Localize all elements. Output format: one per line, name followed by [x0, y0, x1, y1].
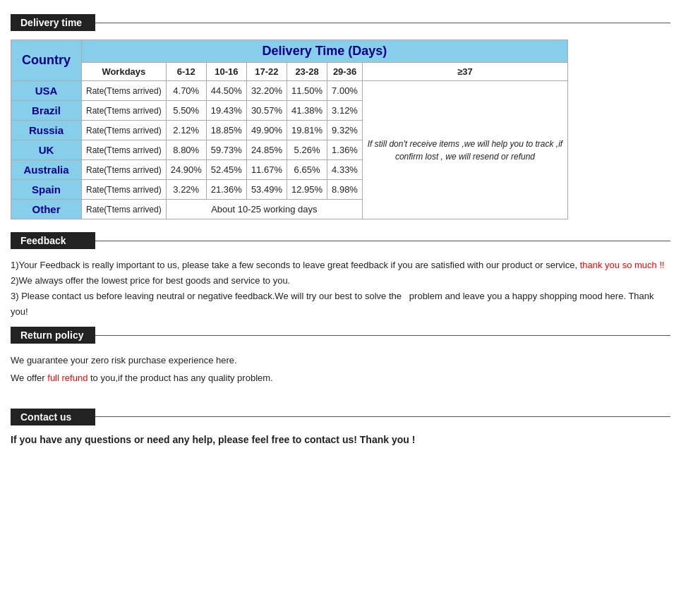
- feedback-highlight: thank you so much !!: [580, 260, 665, 270]
- workdays-header: Workdays: [82, 63, 167, 81]
- uk-6-12: 8.80%: [166, 140, 206, 160]
- range-37plus: ≥37: [362, 63, 567, 81]
- rate-label-brazil: Rate(Ttems arrived): [82, 101, 167, 121]
- range-6-12: 6-12: [166, 63, 206, 81]
- range-17-22: 17-22: [246, 63, 287, 81]
- aus-10-16: 52.45%: [206, 160, 246, 180]
- feedback-label: Feedback: [11, 232, 95, 249]
- table-row: USA Rate(Ttems arrived) 4.70% 44.50% 32.…: [11, 81, 568, 101]
- feedback-line-1: 1)Your Feedback is really important to u…: [11, 258, 670, 273]
- return-header-line: [95, 335, 670, 336]
- usa-10-16: 44.50%: [206, 81, 246, 101]
- contact-section-header: Contact us: [11, 409, 670, 425]
- return-line-1: We guarantee your zero risk purchase exp…: [11, 352, 670, 370]
- delivery-time-column-header: Delivery Time (Days): [82, 40, 568, 63]
- brazil-6-12: 5.50%: [166, 101, 206, 121]
- return-policy-label: Return policy: [11, 327, 95, 344]
- rate-label-russia: Rate(Ttems arrived): [82, 121, 167, 140]
- aus-17-22: 11.67%: [246, 160, 287, 180]
- delivery-time-section-header: Delivery time: [11, 14, 670, 31]
- usa-23-28: 11.50%: [287, 81, 327, 101]
- aus-6-12: 24.90%: [166, 160, 206, 180]
- return-text-block: We guarantee your zero risk purchase exp…: [11, 352, 670, 387]
- spain-6-12: 3.22%: [166, 180, 206, 200]
- rate-label-spain: Rate(Ttems arrived): [82, 180, 167, 200]
- brazil-29-36: 3.12%: [327, 101, 363, 121]
- feedback-header-line: [95, 241, 670, 241]
- brazil-23-28: 41.38%: [287, 101, 327, 121]
- country-australia: Australia: [11, 160, 82, 180]
- feedback-line-2: 2)We always offer the lowest price for b…: [11, 273, 670, 289]
- contact-text: If you have any questions or need any he…: [11, 434, 670, 445]
- return-line-2: We offer full refund to you,if the produ…: [11, 370, 670, 387]
- range-10-16: 10-16: [206, 63, 246, 81]
- spain-29-36: 8.98%: [327, 180, 363, 200]
- country-usa: USA: [11, 81, 82, 101]
- uk-17-22: 24.85%: [246, 140, 287, 160]
- russia-17-22: 49.90%: [246, 121, 287, 140]
- rate-label-australia: Rate(Ttems arrived): [82, 160, 167, 180]
- rate-label-other: Rate(Ttems arrived): [82, 200, 167, 219]
- spain-23-28: 12.95%: [287, 180, 327, 200]
- uk-23-28: 5.26%: [287, 140, 327, 160]
- brazil-17-22: 30.57%: [246, 101, 287, 121]
- return-highlight: full refund: [47, 373, 88, 383]
- russia-23-28: 19.81%: [287, 121, 327, 140]
- russia-6-12: 2.12%: [166, 121, 206, 140]
- rate-label-usa: Rate(Ttems arrived): [82, 81, 167, 101]
- contact-label: Contact us: [11, 409, 95, 425]
- range-23-28: 23-28: [287, 63, 327, 81]
- spain-10-16: 21.36%: [206, 180, 246, 200]
- delivery-header-line: [95, 23, 670, 23]
- country-column-header: Country: [11, 40, 82, 81]
- russia-10-16: 18.85%: [206, 121, 246, 140]
- country-other: Other: [11, 200, 82, 219]
- uk-10-16: 59.73%: [206, 140, 246, 160]
- uk-29-36: 1.36%: [327, 140, 363, 160]
- russia-29-36: 9.32%: [327, 121, 363, 140]
- feedback-line-3: 3) Please contact us before leaving neut…: [11, 289, 670, 320]
- usa-6-12: 4.70%: [166, 81, 206, 101]
- contact-header-line: [95, 416, 670, 417]
- country-uk: UK: [11, 140, 82, 160]
- feedback-text-block: 1)Your Feedback is really important to u…: [11, 258, 670, 320]
- return-policy-section-header: Return policy: [11, 327, 670, 344]
- rate-label-uk: Rate(Ttems arrived): [82, 140, 167, 160]
- country-spain: Spain: [11, 180, 82, 200]
- country-brazil: Brazil: [11, 101, 82, 121]
- delivery-table: Country Delivery Time (Days) Workdays 6-…: [11, 40, 568, 219]
- range-29-36: 29-36: [327, 63, 363, 81]
- usa-29-36: 7.00%: [327, 81, 363, 101]
- other-about: About 10-25 working days: [166, 200, 362, 219]
- usa-17-22: 32.20%: [246, 81, 287, 101]
- delivery-time-label: Delivery time: [11, 14, 95, 31]
- aus-23-28: 6.65%: [287, 160, 327, 180]
- aus-29-36: 4.33%: [327, 160, 363, 180]
- feedback-section-header: Feedback: [11, 232, 670, 249]
- country-russia: Russia: [11, 121, 82, 140]
- spain-17-22: 53.49%: [246, 180, 287, 200]
- brazil-10-16: 19.43%: [206, 101, 246, 121]
- note-cell: If still don't receive items ,we will he…: [362, 81, 567, 219]
